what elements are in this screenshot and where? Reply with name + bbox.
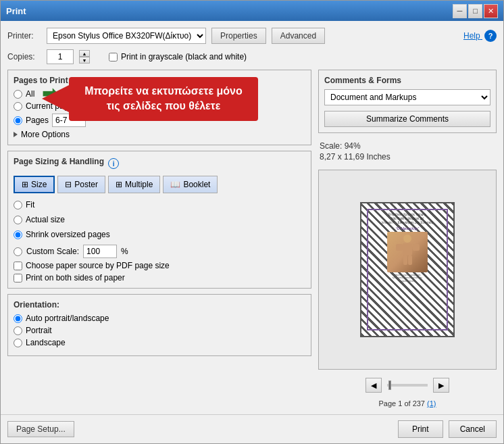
orientation-section: Orientation: Auto portrait/landscape Por…: [7, 294, 311, 356]
pdf-source-checkbox[interactable]: [14, 262, 22, 270]
close-button[interactable]: ✕: [484, 4, 498, 18]
size-label: 8,27 x 11,69 Inches: [320, 152, 495, 162]
printer-label: Printer:: [7, 31, 41, 41]
comments-dropdown[interactable]: Document and MarkupsDocumentForm Fields …: [324, 89, 490, 105]
main-area: Pages to Print All Current page Pages: [7, 70, 497, 408]
pages-label: Pages: [26, 116, 49, 125]
print-dialog: Print ─ □ ✕ Printer: Epson Stylus Office…: [0, 0, 504, 444]
annotation-box: Μπορείτε να εκτυπώσετε μόνο τις σελίδες …: [69, 77, 258, 121]
minimize-button[interactable]: ─: [453, 4, 467, 18]
svg-rect-3: [413, 244, 420, 251]
preview-area: Επιμέλεια: Χρήστος Χαρμήςhttp://iatitria…: [318, 170, 497, 370]
more-options-row[interactable]: More Options: [14, 130, 305, 139]
copies-row: Copies: ▲ ▼ Print in grayscale (black an…: [7, 49, 497, 64]
page-preview: Επιμέλεια: Χρήστος Χαρμήςhttp://iatitria…: [360, 202, 455, 337]
advanced-button[interactable]: Advanced: [272, 28, 325, 44]
fit-label: Fit: [26, 200, 34, 209]
shrink-radio-row: Shrink oversized pages: [14, 230, 305, 239]
next-page-button[interactable]: ▶: [433, 378, 449, 393]
copies-input[interactable]: [47, 49, 74, 64]
summarize-button[interactable]: Summarize Comments: [324, 111, 490, 127]
window-title: Print: [6, 6, 26, 16]
prev-page-button[interactable]: ◀: [366, 378, 382, 393]
auto-orientation-label: Auto portrait/landscape: [26, 314, 109, 323]
fit-radio[interactable]: [14, 201, 22, 209]
scale-info-area: Scale: 94% 8,27 x 11,69 Inches: [318, 139, 497, 164]
info-icon[interactable]: i: [108, 158, 119, 169]
sizing-title-row: Page Sizing & Handling i: [14, 157, 305, 170]
grayscale-checkbox[interactable]: [109, 53, 118, 61]
auto-orientation-row: Auto portrait/landscape: [14, 314, 305, 323]
size-icon: ⊞: [22, 180, 28, 189]
booklet-button[interactable]: 📖 Booklet: [163, 176, 218, 193]
bottom-bar: Page Setup... Print Cancel: [1, 414, 503, 443]
cancel-button[interactable]: Cancel: [449, 420, 497, 438]
pages-radio[interactable]: [14, 116, 22, 125]
custom-label: Custom Scale:: [26, 247, 79, 256]
size-button[interactable]: ⊞ Size: [14, 176, 55, 193]
preview-image: [387, 232, 428, 272]
copies-up-button[interactable]: ▲: [79, 50, 90, 57]
all-label: All: [26, 89, 34, 99]
right-panel: Comments & Forms Document and MarkupsDoc…: [318, 70, 497, 408]
annotation-container: ➡ Μπορείτε να εκτυπώσετε μόνο τις σελίδε…: [69, 77, 258, 121]
pdf-source-label: Choose paper source by PDF page size: [26, 261, 170, 270]
svg-rect-4: [403, 255, 407, 265]
title-bar-buttons: ─ □ ✕: [453, 4, 498, 18]
pdf-source-row: Choose paper source by PDF page size: [14, 261, 305, 270]
grayscale-check-row: Print in grayscale (black and white): [109, 52, 247, 61]
poster-button[interactable]: ⊟ Poster: [57, 176, 105, 193]
custom-radio[interactable]: [14, 247, 22, 256]
annotation-text: Μπορείτε να εκτυπώσετε μόνο τις σελίδες …: [84, 85, 242, 112]
svg-rect-5: [408, 255, 412, 265]
portrait-radio[interactable]: [14, 326, 22, 335]
svg-point-0: [403, 235, 411, 243]
actual-radio[interactable]: [14, 216, 22, 224]
scale-label: Scale: 94%: [320, 141, 495, 151]
comments-title: Comments & Forms: [324, 76, 490, 85]
scale-unit: %: [121, 247, 128, 256]
multiple-button[interactable]: ⊞ Multiple: [108, 176, 160, 193]
preview-author: Επιμέλεια: Χρήστος Χαρμήςhttp://iatitria…: [382, 213, 433, 225]
shrink-radio[interactable]: [14, 230, 22, 239]
help-link[interactable]: Help ?: [463, 30, 497, 42]
copies-spinner: ▲ ▼: [79, 50, 90, 64]
copies-down-button[interactable]: ▼: [79, 57, 90, 64]
svg-rect-1: [403, 243, 412, 255]
landscape-row: Landscape: [14, 338, 305, 347]
scale-input[interactable]: [83, 245, 117, 258]
printer-row: Printer: Epson Stylus Office BX320FW(Δίκ…: [7, 28, 497, 44]
preview-hero: 'Ο Ηρακλής': [396, 226, 419, 230]
multiple-icon: ⊞: [116, 180, 122, 189]
page-setup-button[interactable]: Page Setup...: [7, 421, 74, 437]
actual-label: Actual size: [26, 215, 65, 224]
title-bar: Print ─ □ ✕: [1, 1, 503, 21]
both-sides-row: Print on both sides of paper: [14, 273, 305, 282]
sizing-title: Page Sizing & Handling: [14, 157, 104, 166]
current-radio[interactable]: [14, 102, 22, 111]
bottom-right-buttons: Print Cancel: [398, 420, 497, 438]
all-radio[interactable]: [14, 90, 22, 99]
sizing-buttons: ⊞ Size ⊟ Poster ⊞ Multiple 📖: [14, 176, 305, 193]
print-button[interactable]: Print: [398, 420, 443, 438]
auto-orientation-radio[interactable]: [14, 314, 22, 323]
properties-button[interactable]: Properties: [211, 28, 266, 44]
poster-icon: ⊟: [65, 180, 72, 189]
maximize-button[interactable]: □: [468, 4, 482, 18]
more-options-triangle: [14, 132, 18, 137]
landscape-label: Landscape: [26, 338, 66, 347]
fit-radio-row: Fit: [14, 200, 305, 209]
landscape-radio[interactable]: [14, 339, 22, 347]
comments-forms-section: Comments & Forms Document and MarkupsDoc…: [318, 70, 497, 133]
preview-footer: Θέματα, σχεδιαγράμματα,ερωτήσεις, αποσαφ…: [393, 274, 422, 284]
left-panel: Pages to Print All Current page Pages: [7, 70, 311, 408]
page-slider[interactable]: [387, 384, 428, 387]
page-inner: Επιμέλεια: Χρήστος Χαρμήςhttp://iatitria…: [367, 209, 448, 330]
dialog-content: Printer: Epson Stylus Office BX320FW(Δίκ…: [1, 21, 503, 414]
both-sides-checkbox[interactable]: [14, 274, 22, 282]
page-link[interactable]: (1): [427, 399, 436, 408]
printer-select[interactable]: Epson Stylus Office BX320FW(Δίκτυο): [47, 28, 206, 44]
svg-rect-2: [396, 244, 403, 251]
booklet-icon: 📖: [170, 180, 180, 189]
more-options-label: More Options: [21, 130, 70, 139]
